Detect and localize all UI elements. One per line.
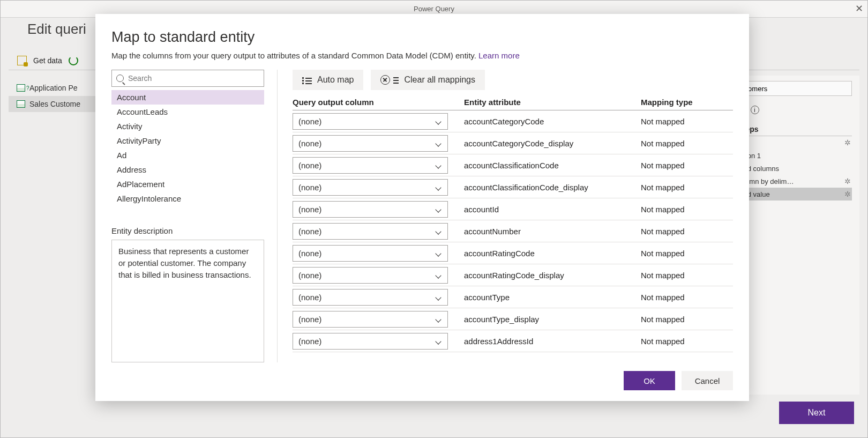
dropdown-value: (none) (298, 139, 321, 148)
entity-attribute-label: accountId (464, 205, 641, 214)
entity-attribute-label: address1AddressId (464, 337, 641, 346)
query-column-dropdown[interactable]: (none) (293, 245, 448, 262)
query-column-dropdown[interactable]: (none) (293, 113, 448, 130)
chevron-down-icon (436, 140, 442, 146)
mapping-row: (none)accountClassificationCodeNot mappe… (293, 154, 733, 176)
chevron-down-icon (436, 228, 442, 234)
chevron-down-icon (436, 338, 442, 344)
mapping-type-label: Not mapped (641, 249, 685, 258)
cancel-button[interactable]: Cancel (682, 371, 733, 390)
entity-item[interactable]: AccountLeads (111, 105, 264, 119)
query-column-dropdown[interactable]: (none) (293, 179, 448, 196)
mapping-table-body[interactable]: (none)accountCategoryCodeNot mapped(none… (293, 110, 733, 362)
entity-attribute-label: accountNumber (464, 227, 641, 236)
chevron-down-icon (436, 250, 442, 256)
entity-attribute-label: accountCategoryCode (464, 117, 641, 126)
mapping-type-label: Not mapped (641, 183, 685, 192)
entity-search-input[interactable] (127, 73, 259, 83)
query-column-dropdown[interactable]: (none) (293, 311, 448, 328)
chevron-down-icon (436, 206, 442, 212)
mapping-type-label: Not mapped (641, 117, 685, 126)
entity-search[interactable] (111, 70, 264, 87)
dropdown-value: (none) (298, 315, 321, 324)
clear-icon (380, 75, 390, 85)
chevron-down-icon (436, 316, 442, 322)
chevron-down-icon (436, 118, 442, 124)
mapping-row: (none)accountClassificationCode_displayN… (293, 176, 733, 198)
entity-item[interactable]: ActivityParty (111, 133, 264, 148)
entity-attribute-label: accountRatingCode_display (464, 271, 641, 280)
dialog-title: Map to standard entity (111, 29, 733, 46)
mapping-column: Auto map Clear all mappings Query output… (278, 70, 733, 362)
mapping-row: (none)accountRatingCode_displayNot mappe… (293, 264, 733, 286)
chevron-down-icon (436, 294, 442, 300)
query-column-dropdown[interactable]: (none) (293, 157, 448, 174)
chevron-down-icon (436, 184, 442, 190)
entity-item[interactable]: Ad (111, 148, 264, 162)
mapping-type-label: Not mapped (641, 271, 685, 280)
mapping-table-header: Query output column Entity attribute Map… (293, 98, 733, 110)
dialog-subtitle: Map the columns from your query output t… (111, 51, 733, 60)
dropdown-value: (none) (298, 227, 321, 236)
mapping-type-label: Not mapped (641, 205, 685, 214)
dropdown-value: (none) (298, 271, 321, 280)
entity-description: Business that represents a customer or p… (111, 240, 264, 362)
ok-button[interactable]: OK (624, 371, 675, 390)
col-header-type: Mapping type (641, 98, 716, 107)
query-column-dropdown[interactable]: (none) (293, 135, 448, 152)
mapping-type-label: Not mapped (641, 315, 685, 324)
mapping-row: (none)accountRatingCodeNot mapped (293, 242, 733, 264)
dropdown-value: (none) (298, 293, 321, 302)
query-column-dropdown[interactable]: (none) (293, 289, 448, 306)
dropdown-value: (none) (298, 205, 321, 214)
mapping-row: (none)accountType_displayNot mapped (293, 308, 733, 330)
mapping-type-label: Not mapped (641, 161, 685, 170)
query-column-dropdown[interactable]: (none) (293, 223, 448, 240)
mapping-row: (none)accountNumberNot mapped (293, 220, 733, 242)
entity-item[interactable]: AdPlacement (111, 177, 264, 191)
entity-attribute-label: accountClassificationCode_display (464, 183, 641, 192)
col-header-attribute: Entity attribute (464, 98, 641, 107)
search-icon (116, 75, 124, 82)
mapping-type-label: Not mapped (641, 227, 685, 236)
entity-list[interactable]: AccountAccountLeadsActivityActivityParty… (111, 90, 264, 214)
mapping-type-label: Not mapped (641, 337, 685, 346)
clear-mappings-button[interactable]: Clear all mappings (371, 70, 485, 90)
auto-map-button[interactable]: Auto map (293, 70, 363, 90)
entity-item[interactable]: Account (111, 90, 264, 105)
entity-attribute-label: accountCategoryCode_display (464, 139, 641, 148)
mapping-type-label: Not mapped (641, 293, 685, 302)
dialog-footer: OK Cancel (111, 371, 733, 390)
mapping-row: (none)accountCategoryCodeNot mapped (293, 110, 733, 132)
entity-attribute-label: accountType (464, 293, 641, 302)
map-entity-dialog: Map to standard entity Map the columns f… (95, 14, 749, 401)
mapping-row: (none)accountTypeNot mapped (293, 286, 733, 308)
chevron-down-icon (436, 272, 442, 278)
chevron-down-icon (436, 162, 442, 168)
clear-lines-icon (393, 76, 399, 84)
entity-item[interactable]: Activity (111, 119, 264, 133)
dropdown-value: (none) (298, 249, 321, 258)
entity-attribute-label: accountType_display (464, 315, 641, 324)
auto-map-icon (302, 76, 312, 84)
mapping-row: (none)address1AddressIdNot mapped (293, 330, 733, 352)
dropdown-value: (none) (298, 183, 321, 192)
entity-attribute-label: accountRatingCode (464, 249, 641, 258)
entity-attribute-label: accountClassificationCode (464, 161, 641, 170)
query-column-dropdown[interactable]: (none) (293, 201, 448, 218)
dropdown-value: (none) (298, 161, 321, 170)
mapping-type-label: Not mapped (641, 139, 685, 148)
dropdown-value: (none) (298, 117, 321, 126)
entity-description-label: Entity description (111, 226, 264, 235)
mapping-row: (none)accountIdNot mapped (293, 198, 733, 220)
entity-item[interactable]: AllergyIntolerance (111, 191, 264, 206)
entity-item[interactable]: Address (111, 162, 264, 177)
entity-picker-column: AccountAccountLeadsActivityActivityParty… (111, 70, 278, 362)
query-column-dropdown[interactable]: (none) (293, 333, 448, 350)
col-header-query: Query output column (293, 98, 464, 107)
learn-more-link[interactable]: Learn more (478, 51, 520, 60)
query-column-dropdown[interactable]: (none) (293, 267, 448, 284)
mapping-row: (none)accountCategoryCode_displayNot map… (293, 132, 733, 154)
dropdown-value: (none) (298, 337, 321, 346)
